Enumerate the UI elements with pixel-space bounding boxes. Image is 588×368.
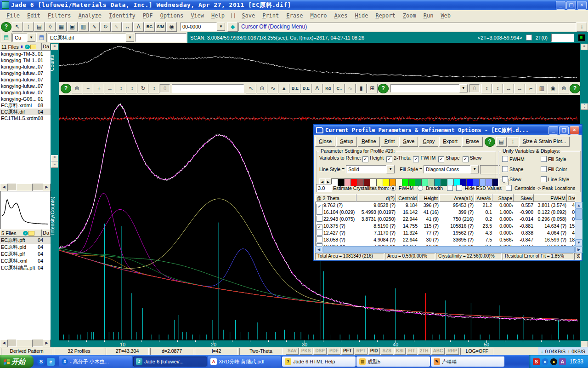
stack-patterns-icon[interactable]: ▥ — [78, 22, 89, 32]
menu-edit[interactable]: Edit — [23, 12, 44, 20]
flag-2th[interactable]: 2TH — [418, 348, 430, 355]
task-jade[interactable]: JJade 6 [lufuwei/... — [133, 356, 207, 367]
print-icon[interactable]: ▦ — [56, 22, 67, 32]
unify-fill-style-checkbox[interactable] — [541, 156, 547, 162]
zoom-out-icon[interactable]: − — [83, 84, 93, 93]
scroll-left-icon[interactable]: ◀ — [0, 184, 8, 191]
refresh-icon[interactable]: ↻ — [100, 22, 111, 32]
file-row[interactable]: EC1TM1.5.xrdml08 — [0, 115, 51, 121]
line-style-combo[interactable]: Solid ▼ — [346, 165, 395, 173]
column-header[interactable]: Centroid — [396, 194, 418, 202]
menu-pdf[interactable]: PDF — [139, 12, 157, 20]
file-row[interactable]: kongying-TM-3...01 — [0, 51, 51, 57]
file-row[interactable]: kongying-G06...01 — [0, 96, 51, 102]
shift-down-icon[interactable]: ↕ — [492, 84, 503, 93]
tray-s-icon[interactable]: S — [533, 358, 540, 365]
table-vertical-scrollbar[interactable]: ▲ ▼ — [575, 202, 582, 246]
shift-right-icon[interactable]: ↔ — [514, 84, 525, 93]
flag-abc[interactable]: ABC — [431, 348, 445, 355]
refine-fwhm-checkbox[interactable]: ✓ — [413, 156, 419, 162]
row-checkbox[interactable] — [317, 230, 322, 236]
save-icon[interactable]: ▣ — [67, 22, 78, 32]
pan-horizontal-icon[interactable]: ↔ — [105, 84, 115, 93]
check-icon[interactable]: ✓ — [25, 45, 30, 49]
scrollbar-thumb[interactable] — [16, 184, 33, 191]
dialog-close-button[interactable]: × — [570, 126, 579, 135]
scroll-down-icon[interactable]: ▼ — [575, 239, 582, 246]
refine-button[interactable]: Refine — [358, 137, 380, 147]
close-button[interactable]: Close — [315, 137, 335, 147]
file-row[interactable]: kongying-lufuw...07 — [0, 89, 51, 96]
file-row[interactable]: EC原料.dif04 — [0, 109, 51, 115]
menu-run[interactable]: Run — [420, 12, 437, 20]
table-row[interactable]: 22.943 (0.075)3.8731 (0.0250)22.94441 (9… — [316, 216, 582, 223]
dialog-minimize-button[interactable]: _ — [548, 126, 558, 135]
fwhm-radio[interactable] — [390, 185, 396, 191]
breadth-radio[interactable] — [418, 185, 423, 191]
flag-pft[interactable]: PFT — [341, 348, 354, 355]
tray-back-icon[interactable]: « — [542, 358, 548, 365]
row-checkbox[interactable]: ✓ — [317, 204, 322, 209]
column-header[interactable]: d(?) — [356, 194, 396, 202]
minimize-button[interactable]: _ — [556, 1, 565, 10]
flag-pks[interactable]: PKS — [300, 348, 313, 355]
ka2-strip-icon[interactable]: Kα — [323, 84, 334, 93]
pin-icon[interactable]: ⌐ — [526, 84, 536, 93]
file-row[interactable]: kongying-lufuw...07 — [0, 76, 51, 83]
chevron-down-icon[interactable]: ▼ — [386, 165, 395, 173]
dialog-title-bar[interactable]: Current Profile Parameters & Refinement … — [314, 125, 582, 135]
column-header[interactable]: Height — [418, 194, 439, 202]
file-row[interactable]: EC原料.xml04 — [0, 258, 51, 264]
pdf-number-combo[interactable]: 00-0000 ▼ — [180, 23, 225, 31]
pattern-view-icon[interactable]: ▥ — [537, 84, 547, 93]
scroll-right-icon[interactable]: ▶ — [43, 339, 51, 347]
cdrom-icon[interactable]: ◉ — [166, 22, 177, 32]
overlay-faded-icon[interactable]: ∿ — [345, 84, 356, 93]
smooth-merge-icon[interactable]: S/M — [155, 22, 166, 32]
menu-file[interactable]: File — [3, 12, 23, 20]
plot-help2-icon[interactable]: ? — [378, 84, 389, 93]
refine-shape-checkbox[interactable]: ✓ — [438, 156, 444, 162]
menu-options[interactable]: Options — [157, 12, 187, 20]
crystallinity-icon[interactable]: C.. — [334, 84, 345, 93]
menu-erase[interactable]: Erase — [283, 12, 306, 20]
file-combo[interactable]: EC原料.dif ▼ — [48, 34, 134, 42]
chevron-down-icon[interactable]: ▼ — [217, 23, 225, 31]
quicklaunch-ie-icon[interactable]: e — [47, 358, 55, 366]
expand-vertical-icon[interactable]: ↕ — [127, 84, 137, 93]
task-folder[interactable]: ▤成型5 — [356, 356, 430, 367]
scroll-right-icon[interactable]: ▶ — [43, 184, 51, 191]
flag-fit[interactable]: FIT — [407, 348, 417, 355]
scrollbar-thumb[interactable] — [16, 339, 33, 347]
document-icon[interactable]: ▤ — [36, 33, 47, 42]
extra-checkbox[interactable] — [447, 185, 453, 191]
background-edit-icon[interactable]: B.E — [290, 84, 300, 93]
check-icon[interactable]: ✓ — [23, 231, 28, 236]
task-chat[interactable]: ✎卢嘻嘻 — [431, 356, 504, 367]
search-input[interactable] — [135, 33, 187, 42]
table-row[interactable]: 18.058 (?)4.9084 (?)22.64430 (?)33695 (?… — [316, 236, 582, 243]
refine-skew-checkbox[interactable]: ✓ — [463, 156, 469, 162]
flag-sav[interactable]: SAV — [286, 348, 299, 355]
zoom-box-icon[interactable]: ⊙ — [257, 84, 267, 93]
table-row[interactable]: 12.427 (?)7.1170 (?)11.32477 (?)19562 (?… — [316, 230, 582, 236]
fill-pattern-swatch[interactable] — [480, 165, 500, 174]
folder-icon[interactable]: ▤ — [1, 33, 11, 42]
menu-zoom[interactable]: Zoom — [399, 12, 420, 20]
cursor-mode-icon[interactable]: ↖ — [246, 84, 256, 93]
task-help[interactable]: ?Jade 6 HTML Help — [282, 356, 356, 367]
unify-fill-color-checkbox[interactable] — [541, 166, 547, 172]
centroids-checkbox[interactable] — [506, 185, 512, 191]
file-list-scrollbar[interactable]: ◀ ▶ — [0, 184, 51, 190]
erase-tool-icon[interactable]: ◊ — [45, 22, 56, 32]
splitter-handle[interactable]: ≡ — [51, 161, 58, 168]
profile-fit-icon[interactable]: ▲ — [279, 84, 289, 93]
twin-peaks-icon[interactable]: Λ — [133, 22, 144, 32]
file-row[interactable]: kongying-lufuw...07 — [0, 63, 51, 70]
size-strain-plot-button[interactable]: Size & Strain Plot... — [519, 137, 570, 147]
table-row[interactable]: ✓9.762 (?)9.0528 (?)9.184396 (?)95453 (?… — [316, 202, 582, 209]
column-header[interactable]: FWHM — [534, 194, 567, 202]
file-row[interactable]: kongying-lufuw...07 — [0, 70, 51, 76]
column-header[interactable]: Area(a1) — [439, 194, 474, 202]
splitter-handle[interactable]: ⋮ — [581, 104, 588, 110]
